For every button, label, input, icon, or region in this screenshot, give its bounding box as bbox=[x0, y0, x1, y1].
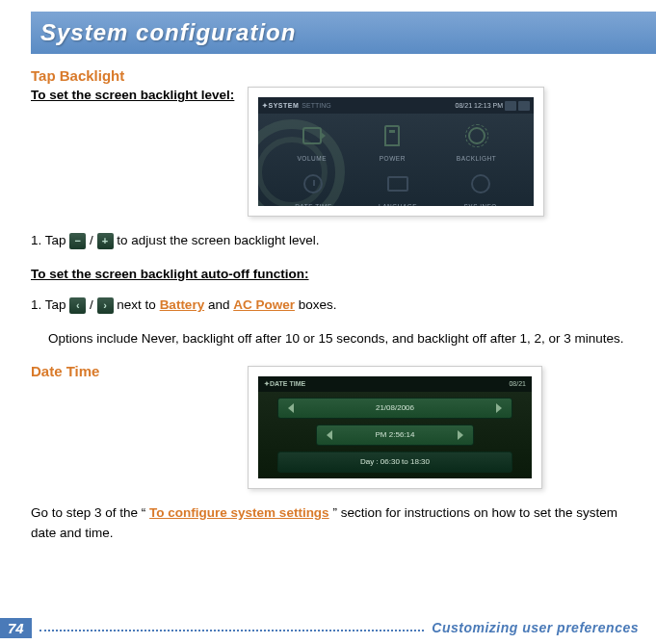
volume-icon bbox=[302, 127, 322, 144]
panel-topbar-system: ✦SYSTEM bbox=[262, 102, 299, 110]
panel-topbar-time: 08/21 12:13 PM bbox=[456, 102, 503, 109]
chevron-right-icon bbox=[458, 430, 463, 440]
step-adjust-backlight: 1. Tap − / + to adjust the screen backli… bbox=[31, 230, 625, 251]
panel2-title: ✦DATE TIME bbox=[264, 380, 305, 388]
tile-language: LANGUAGE bbox=[379, 167, 417, 206]
page-footer: 74 Customizing user preferences bbox=[0, 617, 656, 638]
right-arrow-button-icon: › bbox=[97, 297, 114, 314]
field-date: 21/08/2006 bbox=[277, 398, 512, 419]
panel2-time: 08/21 bbox=[509, 380, 526, 387]
link-configure-system-settings[interactable]: To configure system settings bbox=[149, 505, 329, 520]
section-title-backlight: Tap Backlight bbox=[31, 67, 625, 84]
chevron-left-icon bbox=[327, 430, 332, 440]
content-area: Tap Backlight To set the screen backligh… bbox=[0, 54, 656, 544]
footer-dots bbox=[39, 630, 425, 631]
datetime-instruction: Go to step 3 of the “ To configure syste… bbox=[31, 502, 625, 544]
field-time: PM 2:56:14 bbox=[316, 425, 474, 446]
link-ac-power[interactable]: AC Power bbox=[233, 297, 295, 312]
page-header: System configuration bbox=[31, 12, 656, 54]
tile-volume: VOLUME bbox=[296, 119, 328, 162]
field-day-range: Day : 06:30 to 18:30 bbox=[277, 451, 512, 473]
language-icon bbox=[387, 176, 408, 192]
screenshot-system-settings: ✦SYSTEM SETTING 08/21 12:13 PM VOLUME PO… bbox=[248, 87, 544, 217]
speaker-icon bbox=[505, 101, 516, 111]
plus-button-icon: + bbox=[97, 233, 114, 249]
lightbulb-icon bbox=[468, 127, 485, 144]
tile-datetime: DATE TIME bbox=[295, 167, 332, 206]
battery-icon bbox=[384, 125, 400, 146]
tile-power: POWER bbox=[376, 119, 408, 162]
page-number: 74 bbox=[0, 618, 32, 638]
link-battery[interactable]: Battery bbox=[160, 297, 205, 312]
options-text: Options include Never, backlight off aft… bbox=[31, 328, 625, 349]
left-arrow-button-icon: ‹ bbox=[69, 297, 86, 314]
close-icon bbox=[518, 101, 530, 111]
subhead-auto-off: To set the screen backlight auto-off fun… bbox=[31, 267, 625, 281]
tile-sysinfo: SYS INFO bbox=[463, 167, 496, 206]
screenshot-date-time: ✦DATE TIME 08/21 21/08/2006 PM 2:56:14 D… bbox=[248, 366, 542, 489]
footer-label: Customizing user preferences bbox=[432, 620, 656, 635]
page-title: System configuration bbox=[40, 19, 296, 46]
clock-icon bbox=[303, 174, 323, 193]
chevron-left-icon bbox=[288, 403, 294, 413]
tile-backlight: BACKLIGHT bbox=[457, 119, 496, 162]
panel-topbar-sub: SETTING bbox=[302, 102, 330, 109]
step-auto-off: 1. Tap ‹ / › next to Battery and AC Powe… bbox=[31, 295, 625, 316]
chevron-right-icon bbox=[496, 403, 502, 413]
sysinfo-icon bbox=[471, 174, 490, 193]
minus-button-icon: − bbox=[69, 233, 86, 249]
